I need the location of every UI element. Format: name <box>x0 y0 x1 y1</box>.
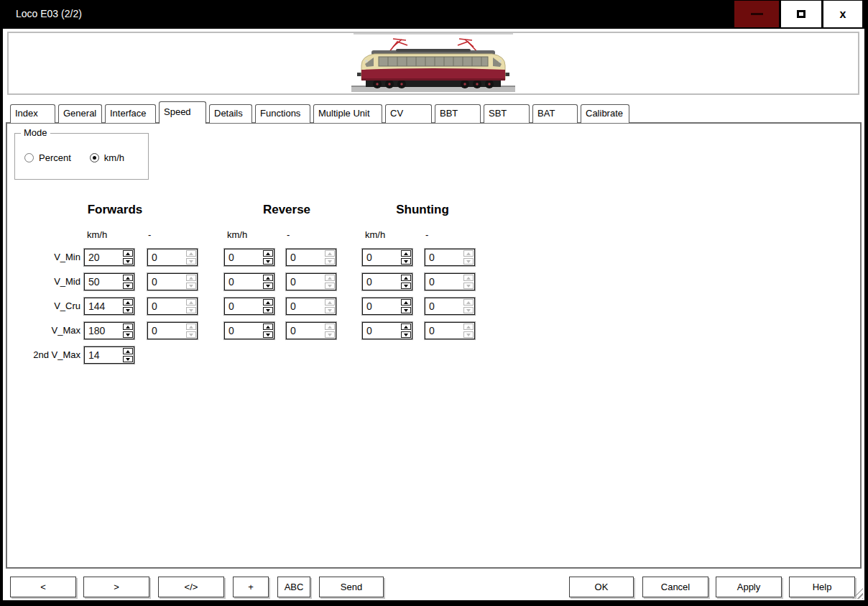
radio-percent[interactable]: Percent <box>24 152 71 163</box>
apply-button[interactable]: Apply <box>716 577 782 597</box>
spin-up-button[interactable] <box>401 250 411 257</box>
spin-value[interactable]: 0 <box>226 323 261 338</box>
tab-speed[interactable]: Speed <box>159 101 206 124</box>
arrow-up-icon <box>126 252 130 255</box>
add-button[interactable]: + <box>233 577 269 597</box>
spin-down-button[interactable] <box>263 283 273 289</box>
spin-down-button[interactable] <box>123 356 133 362</box>
spin-down-button[interactable] <box>401 283 411 289</box>
spin-field[interactable]: 0 <box>223 321 275 340</box>
spin-value[interactable]: 0 <box>226 275 261 289</box>
spin-value: 0 <box>149 299 184 313</box>
ok-button[interactable]: OK <box>569 577 634 597</box>
close-button[interactable]: x <box>823 1 862 27</box>
spin-field[interactable]: 50 <box>83 272 135 291</box>
tab-details[interactable]: Details <box>209 104 252 123</box>
spin-up-button[interactable] <box>263 323 273 330</box>
subcolumn-label-dash: - <box>287 229 290 240</box>
tab-calibrate[interactable]: Calibrate <box>581 104 629 123</box>
spin-up-button[interactable] <box>123 299 133 306</box>
tab-interface[interactable]: Interface <box>105 104 156 123</box>
maximize-button[interactable] <box>781 1 821 27</box>
spin-buttons <box>463 250 474 265</box>
spin-down-button[interactable] <box>401 258 411 265</box>
spin-field: 0 <box>424 272 476 291</box>
spin-up-button[interactable] <box>123 348 133 354</box>
spin-down-button[interactable] <box>263 307 273 313</box>
spin-down-button[interactable] <box>123 307 133 313</box>
spin-value[interactable]: 0 <box>364 299 399 313</box>
tab-bbt[interactable]: BBT <box>435 104 481 123</box>
arrow-up-icon <box>126 301 130 304</box>
tab-bat[interactable]: BAT <box>532 104 578 123</box>
spin-value[interactable]: 0 <box>226 299 261 313</box>
spin-up-button[interactable] <box>263 299 273 306</box>
spin-field[interactable]: 0 <box>361 248 413 267</box>
spin-value[interactable]: 20 <box>86 250 121 265</box>
cancel-button[interactable]: Cancel <box>642 577 708 597</box>
spin-field[interactable]: 0 <box>223 248 275 267</box>
tab-cv[interactable]: CV <box>385 104 432 123</box>
tab-functions[interactable]: Functions <box>255 104 310 123</box>
abc-button[interactable]: ABC <box>277 577 310 597</box>
spin-value[interactable]: 0 <box>364 275 399 289</box>
column-header-forwards: Forwards <box>65 203 165 217</box>
spin-up-button[interactable] <box>401 299 411 306</box>
code-button[interactable]: </> <box>158 577 224 597</box>
spin-down-button <box>463 258 474 265</box>
spin-buttons <box>123 323 133 338</box>
spin-up-button[interactable] <box>123 250 133 257</box>
spin-down-button[interactable] <box>123 331 133 338</box>
spin-down-button[interactable] <box>263 331 273 338</box>
spin-field[interactable]: 0 <box>361 272 413 291</box>
spin-value[interactable]: 0 <box>226 250 261 265</box>
arrow-down-icon <box>328 285 332 288</box>
spin-value[interactable]: 144 <box>86 299 121 313</box>
spin-up-button[interactable] <box>123 275 133 281</box>
spin-value[interactable]: 180 <box>86 323 121 338</box>
spin-down-button[interactable] <box>401 307 411 313</box>
spin-value[interactable]: 0 <box>364 250 399 265</box>
help-button[interactable]: Help <box>789 577 855 597</box>
spin-up-button[interactable] <box>263 250 273 257</box>
spin-buttons <box>401 250 411 265</box>
spin-field[interactable]: 0 <box>223 297 275 316</box>
spin-up-button[interactable] <box>401 323 411 330</box>
send-button[interactable]: Send <box>319 577 384 597</box>
minimize-button[interactable] <box>734 1 779 27</box>
tab-multiple-unit[interactable]: Multiple Unit <box>313 104 382 123</box>
arrow-down-icon <box>266 285 270 288</box>
spin-field[interactable]: 14 <box>83 346 135 364</box>
spin-value[interactable]: 14 <box>86 348 121 362</box>
loco-image-panel <box>7 32 859 95</box>
spin-down-button <box>463 307 474 313</box>
spin-field[interactable]: 20 <box>83 248 135 267</box>
spin-down-button[interactable] <box>123 258 133 265</box>
spin-field[interactable]: 0 <box>223 272 275 291</box>
subcolumn-label-kmh: km/h <box>227 229 247 240</box>
spin-buttons <box>123 250 133 265</box>
spin-field[interactable]: 180 <box>83 321 135 340</box>
spin-up-button <box>463 299 474 306</box>
spin-value[interactable]: 0 <box>364 323 399 338</box>
spin-value[interactable]: 50 <box>86 275 121 289</box>
spin-field[interactable]: 0 <box>361 297 413 316</box>
spin-field[interactable]: 0 <box>361 321 413 340</box>
spin-down-button[interactable] <box>263 258 273 265</box>
spin-down-button[interactable] <box>401 331 411 338</box>
tab-general[interactable]: General <box>58 104 102 123</box>
spin-up-button[interactable] <box>401 275 411 281</box>
tab-index[interactable]: Index <box>10 104 55 123</box>
radio-kmh[interactable]: km/h <box>90 152 124 163</box>
spin-up-button[interactable] <box>263 275 273 281</box>
arrow-down-icon <box>466 309 471 312</box>
spin-field[interactable]: 144 <box>83 297 135 316</box>
spin-down-button[interactable] <box>123 283 133 289</box>
next-button[interactable]: > <box>83 577 149 597</box>
spin-buttons <box>186 299 196 313</box>
spin-up-button <box>325 299 335 306</box>
prev-button[interactable]: < <box>10 577 76 597</box>
spin-up-button[interactable] <box>123 323 133 330</box>
spin-field: 0 <box>285 321 337 340</box>
tab-sbt[interactable]: SBT <box>484 104 530 123</box>
